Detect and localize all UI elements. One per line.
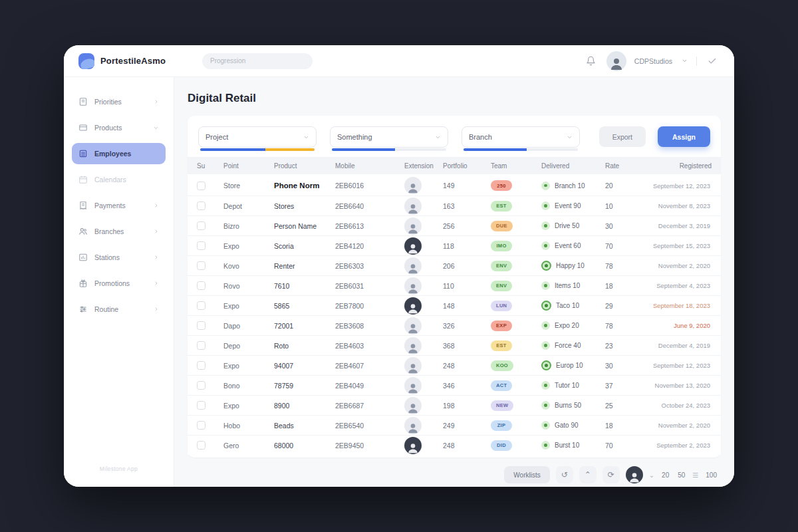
person-icon — [628, 470, 641, 483]
sidebar-item-employees[interactable]: Employees — [72, 143, 166, 164]
sidebar-item-label: Stations — [94, 253, 147, 261]
row-checkbox[interactable] — [197, 301, 205, 310]
confirm-button[interactable] — [705, 54, 720, 68]
status-label: Expo 20 — [555, 322, 579, 329]
row-checkbox[interactable] — [197, 321, 205, 330]
cell-point: Expo — [223, 242, 274, 250]
row-checkbox[interactable] — [197, 401, 205, 410]
sidebar-item-stations[interactable]: Stations — [72, 247, 166, 268]
sidebar-item-payments[interactable]: Payments — [72, 195, 166, 216]
pagination-avatar[interactable] — [626, 466, 643, 483]
cell-date: October 24, 2023 — [637, 402, 712, 409]
row-checkbox[interactable] — [197, 421, 205, 430]
row-checkbox[interactable] — [197, 241, 205, 250]
cell-date: September 2, 2023 — [637, 442, 712, 449]
gift-icon — [78, 279, 88, 288]
row-checkbox[interactable] — [197, 441, 205, 450]
cell-product: Beads — [274, 422, 335, 430]
user-avatar[interactable] — [606, 51, 626, 71]
column-header: Team — [491, 162, 541, 170]
avatar — [404, 317, 422, 334]
sidebar-item-calendars[interactable]: Calendars — [72, 169, 166, 190]
cell-date: November 8, 2023 — [637, 202, 712, 209]
sidebar: Priorities Products Employees Calendars … — [64, 77, 174, 487]
avatar — [404, 357, 422, 374]
sidebar-item-promotions[interactable]: Promotions — [72, 273, 166, 294]
sidebar-item-priorities[interactable]: Priorities — [72, 91, 166, 112]
status-label: Taco 10 — [556, 302, 579, 309]
row-checkbox[interactable] — [197, 221, 205, 230]
cell-portfolio: 163 — [443, 202, 491, 210]
person-icon — [406, 321, 420, 334]
assign-button[interactable]: Assign — [658, 126, 710, 147]
row-checkbox[interactable] — [197, 381, 205, 390]
filter-select-something[interactable]: Something — [330, 126, 448, 148]
user-menu-toggle[interactable] — [680, 54, 688, 68]
cell-point: Expo — [223, 302, 274, 310]
status-label: Tutor 10 — [555, 382, 579, 389]
row-checkbox[interactable] — [197, 201, 205, 210]
cell-point: Store — [223, 182, 274, 190]
export-button[interactable]: Export — [599, 126, 646, 147]
notifications-button[interactable] — [584, 54, 598, 68]
avatar — [404, 337, 422, 354]
page-size-20[interactable]: 20 — [660, 471, 670, 479]
avatar — [404, 437, 422, 454]
select-box[interactable]: Branch — [462, 126, 580, 148]
select-box[interactable]: Something — [330, 126, 448, 148]
chevron-down-icon — [153, 125, 159, 131]
filter-select-project[interactable]: Project — [198, 126, 317, 148]
column-header: Mobile — [335, 162, 404, 170]
undo-icon: ↺ — [561, 470, 568, 479]
row-checkbox[interactable] — [197, 261, 205, 270]
divider — [696, 57, 697, 66]
select-value: Branch — [469, 133, 492, 141]
row-checkbox[interactable] — [197, 341, 205, 350]
filter-select-branch[interactable]: Branch — [462, 126, 580, 148]
cell-mobile: 2EB7800 — [335, 302, 404, 310]
team-badge: Imo — [491, 241, 512, 251]
global-search[interactable] — [202, 53, 313, 69]
sidebar-item-routine[interactable]: Routine — [72, 299, 166, 320]
refresh-icon: ⟳ — [608, 470, 614, 479]
worklists-button[interactable]: Worklists — [504, 466, 549, 483]
status-dot — [541, 221, 550, 230]
sidebar-item-branches[interactable]: Branches — [72, 221, 166, 242]
status-dot — [541, 441, 550, 450]
cell-portfolio: 326 — [443, 322, 491, 330]
select-value: Something — [337, 133, 372, 141]
cell-product: Person Name — [274, 222, 335, 230]
status-label: Event 90 — [555, 202, 581, 209]
select-box[interactable]: Project — [198, 126, 317, 148]
sidebar-item-label: Products — [94, 124, 146, 132]
person-icon — [406, 381, 420, 394]
upload-button[interactable]: ⌃ — [579, 466, 597, 483]
sidebar-item-products[interactable]: Products — [72, 117, 166, 138]
view-menu-button[interactable]: ☰ — [692, 471, 698, 479]
page-size-chevron[interactable]: ⌄ — [649, 471, 654, 479]
cell-mobile: 2EB4049 — [335, 382, 404, 390]
status-dot — [541, 381, 550, 390]
cell-portfolio: 110 — [443, 282, 491, 290]
chevron-right-icon — [154, 203, 159, 208]
table-header: Su Point Product Mobile Extension Portfo… — [188, 157, 721, 174]
page-size-100[interactable]: 100 — [704, 471, 718, 479]
status-dot — [541, 261, 551, 271]
search-input[interactable] — [210, 57, 305, 65]
team-badge: Due — [491, 221, 513, 231]
row-checkbox[interactable] — [197, 182, 205, 190]
team-badge: Lun — [491, 301, 512, 311]
brand-logo[interactable]: PortestileAsmo — [78, 53, 178, 69]
undo-button[interactable]: ↺ — [556, 466, 573, 483]
cell-product: Roto — [274, 342, 335, 350]
user-name[interactable]: CDPStudios — [634, 57, 672, 65]
pagination-bar: Worklists ↺ ⌃ ⟳ ⌄ 20 50 ☰ 100 — [188, 458, 721, 483]
page-size-50[interactable]: 50 — [676, 471, 686, 479]
status-label: Gato 90 — [555, 422, 579, 429]
cell-portfolio: 368 — [443, 342, 491, 350]
brand-logo-icon — [78, 53, 94, 69]
row-checkbox[interactable] — [197, 281, 205, 290]
refresh-button[interactable]: ⟳ — [602, 466, 620, 483]
cell-rate: 23 — [605, 342, 637, 350]
row-checkbox[interactable] — [197, 361, 205, 370]
